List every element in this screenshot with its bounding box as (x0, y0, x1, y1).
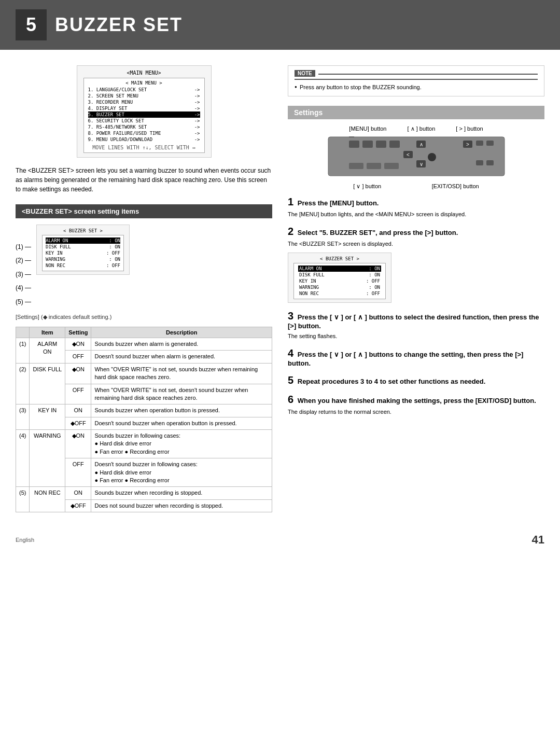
svg-rect-20 (486, 160, 494, 165)
step-3: 3 Press the [ ∨ ] or [ ∧ ] buttons to se… (288, 310, 544, 341)
chapter-title: BUZZER SET (55, 14, 183, 36)
step-6-title: When you have finished making the settin… (298, 397, 536, 404)
num-diskfull: (2) (16, 363, 30, 404)
small-bs-keyin: KEY IN: OFF (298, 278, 381, 284)
main-menu-screenshot: <MAIN MENU> < MAIN MENU > 1. LANGUAGE/CL… (77, 65, 212, 158)
step-2-title: Select "5. BUZZER SET", and press the [>… (298, 229, 458, 236)
device-labels-bottom: [ ∨ ] button [EXIT/OSD] button (328, 183, 505, 190)
menu-item-6: 6. SECURITY LOCK SET-> (88, 118, 200, 124)
small-bs-title: < BUZZER SET > (293, 256, 386, 261)
setting-warning-off: OFF (65, 458, 91, 487)
label-down-btn: [ ∨ ] button (353, 183, 381, 190)
item-keyin: KEY IN (30, 404, 65, 430)
device-labels-top: [MENU] button [ ∧ ] button [ > ] button (288, 125, 544, 132)
svg-rect-9 (476, 141, 483, 146)
desc-alarm-on: Sounds buzzer when alarm is generated. (91, 338, 272, 350)
step-5-title: Repeat procedures 3 to 4 to set other fu… (298, 378, 486, 385)
step-2-desc: The <BUZZER SET> screen is displayed. (288, 240, 544, 248)
svg-rect-2 (362, 141, 373, 148)
bs-inner: ALARM ON: ON DISK FULL: ON KEY IN: OFF W… (42, 235, 124, 271)
table-row-keyin-on: (3) KEY IN ON Sounds buzzer when operati… (16, 404, 272, 417)
table-row-warning-on: (4) WARNING ◆ON Sounds buzzer in followi… (16, 430, 272, 458)
desc-nonrec-on: Sounds buzzer when recording is stopped. (91, 487, 272, 499)
note-header: NOTE (295, 70, 538, 80)
intro-text: The <BUZZER SET> screen lets you set a w… (16, 166, 272, 194)
label-menu-btn: [MENU] button (349, 125, 386, 132)
setting-alarm-on: ◆ON (65, 338, 91, 350)
svg-point-13 (428, 153, 436, 161)
step-5: 5 Repeat procedures 3 to 4 to set other … (288, 374, 544, 386)
step-3-title: Press the [ ∨ ] or [ ∧ ] buttons to sele… (288, 313, 539, 330)
label-exit-btn: [EXIT/OSD] button (432, 183, 479, 190)
svg-rect-10 (486, 141, 494, 146)
bs-row-diskfull: DISK FULL: ON (46, 244, 120, 250)
item-diskfull: DISK FULL (30, 363, 65, 404)
small-bs-nonrec: NON REC: OFF (298, 290, 381, 297)
svg-text:∧: ∧ (419, 142, 423, 147)
step-4: 4 Press the [ ∨ ] or [ ∧ ] buttons to ch… (288, 347, 544, 367)
desc-diskfull-on: When "OVER WRITE" is not set, sounds buz… (91, 363, 272, 384)
step-2: 2 Select "5. BUZZER SET", and press the … (288, 226, 544, 303)
note-item-1: Press any button to stop the BUZZER soun… (295, 83, 538, 92)
step-1-number: 1 (288, 196, 293, 208)
setting-keyin-on: ON (65, 404, 91, 417)
buzzer-screen: < BUZZER SET > ALARM ON: ON DISK FULL: O… (36, 225, 130, 275)
step-5-number: 5 (288, 374, 293, 386)
small-bs-diskfull: DISK FULL: ON (298, 272, 381, 278)
step-1-title: Press the [MENU] button. (298, 199, 379, 207)
footer-language: English (16, 537, 34, 543)
label-3: (3) — (16, 268, 31, 281)
desc-warning-on: Sounds buzzer in following cases:● Hard … (91, 430, 272, 458)
desc-diskfull-off: When "OVER WRITE" is not set, doesn't so… (91, 384, 272, 404)
note-icon: NOTE (295, 70, 315, 77)
setting-diskfull-on: ◆ON (65, 363, 91, 384)
menu-item-8: 8. POWER FAILURE/USED TIME-> (88, 130, 200, 136)
setting-diskfull-off: OFF (65, 384, 91, 404)
col-header-description: Description (91, 327, 272, 338)
svg-rect-4 (389, 141, 400, 148)
small-bs-inner: ALARM ON: ON DISK FULL: ON KEY IN: OFF W… (293, 263, 386, 299)
small-bs-warning: WARNING: ON (298, 284, 381, 290)
item-alarm: ALARM ON (30, 338, 65, 363)
step-3-number: 3 (288, 310, 293, 322)
bs-title: < BUZZER SET > (42, 228, 124, 233)
menu-item-2: 2. SCREEN SET MENU-> (88, 93, 200, 99)
label-1: (1) — (16, 240, 31, 254)
svg-rect-16 (349, 163, 363, 169)
bs-row-warning: WARNING: ON (46, 256, 120, 262)
svg-rect-19 (476, 160, 483, 165)
svg-rect-1 (349, 141, 359, 148)
step-2-number: 2 (288, 226, 293, 238)
settings-legend: [Settings] (◆ indicates default setting.… (16, 314, 272, 320)
col-header-num (16, 327, 30, 338)
buzzer-diagram: (1) — (2) — (3) — (4) — (5) — < BUZZER S… (16, 225, 272, 309)
small-bs-alarm: ALARM ON: ON (298, 266, 381, 272)
svg-text:>: > (466, 142, 469, 147)
menu-inner: < MAIN MENU > 1. LANGUAGE/CLOCK SET-> 2.… (83, 78, 205, 153)
desc-alarm-off: Doesn't sound buzzer when alarm is gener… (91, 351, 272, 363)
page-footer: English 41 (0, 523, 560, 552)
num-alarm: (1) (16, 338, 30, 363)
table-row-nonrec-on: (5) NON REC ON Sounds buzzer when record… (16, 487, 272, 499)
settings-section: Settings [MENU] button [ ∧ ] button [ > … (288, 106, 544, 416)
menu-note: MOVE LINES WITH ↑↓, SELECT WITH ↔ (88, 145, 200, 150)
device-svg: ∧ > < ∨ (323, 134, 510, 181)
svg-text:<: < (407, 152, 410, 158)
label-2: (2) — (16, 254, 31, 267)
menu-item-5-highlighted: 5. BUZZER SET-> (88, 111, 200, 118)
label-up-btn: [ ∧ ] button (407, 125, 435, 132)
setting-warning-on: ◆ON (65, 430, 91, 458)
table-row-diskfull-on: (2) DISK FULL ◆ON When "OVER WRITE" is n… (16, 363, 272, 384)
desc-nonrec-off: Does not sound buzzer when recording is … (91, 499, 272, 512)
buzzer-diagram-labels: (1) — (2) — (3) — (4) — (5) — (16, 225, 31, 309)
settings-title: Settings (288, 106, 544, 119)
setting-alarm-off: OFF (65, 351, 91, 363)
left-column: <MAIN MENU> < MAIN MENU > 1. LANGUAGE/CL… (16, 65, 283, 512)
label-5: (5) — (16, 295, 31, 309)
step-3-desc: The setting flashes. (288, 332, 544, 341)
menu-item-1: 1. LANGUAGE/CLOCK SET-> (88, 87, 200, 93)
col-header-item: Item (30, 327, 65, 338)
desc-warning-off: Doesn't sound buzzer in following cases:… (91, 458, 272, 487)
num-nonrec: (5) (16, 487, 30, 512)
num-keyin: (3) (16, 404, 30, 430)
